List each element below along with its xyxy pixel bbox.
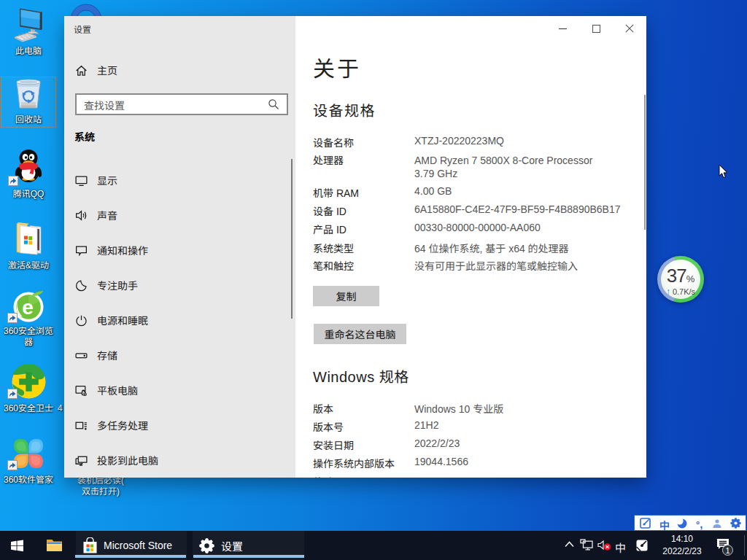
svg-text:e: e	[22, 296, 34, 319]
